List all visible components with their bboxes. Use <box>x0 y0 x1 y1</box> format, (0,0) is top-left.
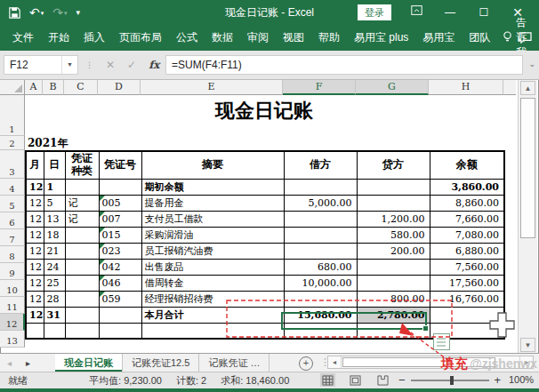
cell-credit-row9[interactable] <box>357 259 430 275</box>
vertical-scroll-thumb[interactable] <box>520 98 535 238</box>
cell-no-row11[interactable]: 059 <box>99 291 141 307</box>
cell-balance-row7[interactable]: 7,080.00 <box>430 227 504 243</box>
cell-no-row10[interactable]: 046 <box>99 275 141 291</box>
cell-month-row4[interactable]: 12 <box>26 179 44 195</box>
cell-month-row13[interactable] <box>26 323 44 339</box>
cell-month-row12[interactable]: 12 <box>26 307 44 323</box>
row-header-6[interactable]: 6 <box>0 212 25 229</box>
cell-month-row10[interactable]: 12 <box>26 275 44 291</box>
ribbon-tab-3[interactable]: 页面布局 <box>112 25 169 51</box>
column-header-C[interactable]: C <box>64 80 98 95</box>
ribbon-tab-4[interactable]: 公式 <box>169 25 205 51</box>
cell-type-row6[interactable]: 记 <box>65 211 99 227</box>
cell-desc-row6[interactable]: 支付员工借款 <box>141 211 284 227</box>
ribbon-tab-9[interactable]: 易用宝 plus <box>347 25 415 51</box>
cell-day-row8[interactable]: 21 <box>44 243 65 259</box>
cell-balance-row8[interactable]: 6,880.00 <box>430 243 504 259</box>
cell-debit-row4[interactable] <box>284 179 357 195</box>
cell-day-row6[interactable]: 13 <box>44 211 65 227</box>
cell-desc-row13[interactable] <box>141 323 284 339</box>
cell-credit-row7[interactable]: 580.00 <box>357 227 430 243</box>
cell-debit-row8[interactable] <box>284 243 357 259</box>
cell-desc-row9[interactable]: 出售废品 <box>141 259 284 275</box>
cell-balance-row10[interactable]: 17,560.00 <box>430 275 504 291</box>
sheet-tab-1[interactable]: 记账凭证12.5 <box>123 354 199 372</box>
scroll-up-icon[interactable]: ▲ <box>520 81 535 95</box>
cell-day-row4[interactable]: 1 <box>44 179 65 195</box>
ledger-header-4[interactable]: 摘要 <box>141 151 284 179</box>
row-header-13[interactable]: 13 <box>0 331 25 348</box>
cell-month-row7[interactable]: 12 <box>26 227 44 243</box>
cell-month-row11[interactable]: 12 <box>26 291 44 307</box>
cell-day-row7[interactable]: 18 <box>44 227 65 243</box>
cell-month-row8[interactable]: 12 <box>26 243 44 259</box>
row-header-5[interactable]: 5 <box>0 196 25 212</box>
maximize-button[interactable]: ☐ <box>471 0 496 25</box>
login-button[interactable]: 登录 <box>358 4 391 20</box>
cell-no-row12[interactable] <box>99 307 141 323</box>
ledger-header-7[interactable]: 余额 <box>430 151 504 179</box>
cell-no-row6[interactable]: 007 <box>99 211 141 227</box>
ledger-header-2[interactable]: 凭证种类 <box>65 151 99 179</box>
cell-desc-row10[interactable]: 借周转金 <box>141 275 284 291</box>
cell-debit-row11[interactable] <box>284 291 357 307</box>
cell-no-row8[interactable]: 023 <box>99 243 141 259</box>
cell-desc-row5[interactable]: 提备用金 <box>141 195 284 211</box>
cell-no-row7[interactable]: 015 <box>99 227 141 243</box>
cell-desc-row11[interactable]: 经理报销招待费 <box>141 291 284 307</box>
cell-balance-row11[interactable]: 16,760.00 <box>430 291 504 307</box>
name-box-dropdown-icon[interactable]: ▼ <box>61 56 77 74</box>
feedback-icon[interactable] <box>519 25 532 51</box>
cell-balance-row5[interactable]: 8,860.00 <box>430 195 504 211</box>
cell-no-row13[interactable] <box>99 323 141 339</box>
ribbon-tab-11[interactable]: 团队 <box>462 25 497 51</box>
ribbon-tab-0[interactable]: 文件 <box>5 25 41 51</box>
ledger-header-1[interactable]: 日 <box>44 151 65 179</box>
sheet-tab-active[interactable]: 现金日记账 <box>55 354 123 372</box>
cell-desc-row8[interactable]: 员工报销汽油费 <box>141 243 284 259</box>
cell-desc-row12[interactable]: 本月合计 <box>141 307 284 323</box>
cell-type-row12[interactable] <box>65 307 99 323</box>
minimize-button[interactable]: — <box>438 0 463 25</box>
row-header-11[interactable]: 11 <box>0 297 25 314</box>
cell-desc-row4[interactable]: 期初余额 <box>141 179 284 195</box>
cell-day-row13[interactable] <box>44 323 65 339</box>
scroll-left-icon[interactable]: ◂ <box>328 356 342 368</box>
cash-journal-table[interactable]: 月日凭证种类凭证号摘要借方贷方余额 121期初余额3,860.00125记005… <box>25 150 505 340</box>
cell-debit-row10[interactable]: 10,000.00 <box>284 275 357 291</box>
vertical-scrollbar[interactable]: ▲ ▼ <box>518 80 537 353</box>
row-header-7[interactable]: 7 <box>0 229 25 246</box>
row-header-8[interactable]: 8 <box>0 246 25 263</box>
column-header-H[interactable]: H <box>429 80 503 95</box>
normal-view-icon[interactable] <box>320 373 335 387</box>
cell-balance-row4[interactable]: 3,860.00 <box>430 179 504 195</box>
ledger-header-6[interactable]: 贷方 <box>357 151 430 179</box>
cell-type-row13[interactable] <box>65 323 99 339</box>
cell-credit-row5[interactable] <box>357 195 430 211</box>
page-break-preview-icon[interactable] <box>375 373 390 387</box>
cell-credit-row6[interactable]: 1,200.00 <box>357 211 430 227</box>
cell-selection-F12-G12[interactable] <box>281 312 427 330</box>
zoom-level[interactable]: 100% <box>509 374 534 385</box>
ribbon-tab-2[interactable]: 插入 <box>76 25 112 51</box>
ledger-title-cell[interactable]: 现金日记账 <box>25 98 503 124</box>
cell-no-row9[interactable]: 042 <box>99 259 141 275</box>
cell-no-row4[interactable] <box>99 179 141 195</box>
cell-balance-row9[interactable]: 7,560.00 <box>430 259 504 275</box>
cell-debit-row6[interactable] <box>284 211 357 227</box>
cell-month-row9[interactable]: 12 <box>26 259 44 275</box>
sheet-tab-2[interactable]: 记账凭证 … <box>199 354 270 372</box>
column-header-A[interactable]: A <box>25 80 43 95</box>
zoom-out-icon[interactable]: − <box>398 373 406 387</box>
ledger-year-cell[interactable]: 2021年 <box>28 136 68 151</box>
ledger-header-0[interactable]: 月 <box>26 151 44 179</box>
cell-credit-row8[interactable]: 200.00 <box>357 243 430 259</box>
cell-credit-row4[interactable] <box>357 179 430 195</box>
cell-balance-row6[interactable]: 7,660.00 <box>430 211 504 227</box>
cell-debit-row5[interactable]: 5,000.00 <box>284 195 357 211</box>
column-header-D[interactable]: D <box>98 80 141 95</box>
ribbon-tab-6[interactable]: 审阅 <box>240 25 276 51</box>
formula-bar-expand-icon[interactable]: ⌄ <box>528 60 535 68</box>
column-header-E[interactable]: E <box>141 80 283 95</box>
select-all-corner[interactable] <box>0 80 25 95</box>
